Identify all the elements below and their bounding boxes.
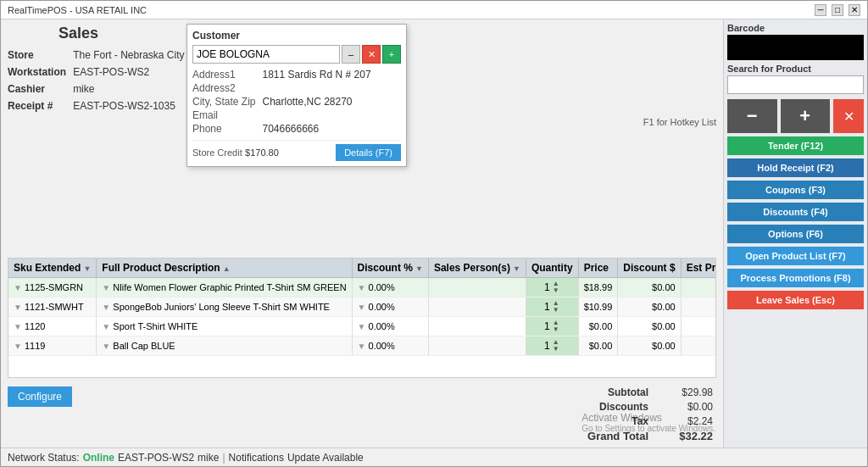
- col-header-price[interactable]: Price: [578, 259, 618, 278]
- quantity-cell[interactable]: 1▲▼: [526, 317, 578, 336]
- store-label: Store: [8, 47, 66, 63]
- receipt-label: Receipt #: [8, 98, 66, 114]
- quantity-cell[interactable]: 1▲▼: [526, 297, 578, 317]
- phone-value: 7046666666: [262, 123, 401, 135]
- product-table-wrapper: Sku Extended ▼ Full Product Description …: [8, 258, 716, 378]
- search-product-section: Search for Product: [727, 64, 864, 94]
- activate-windows-overlay: Activate Windows Go to Settings to activ…: [581, 412, 715, 433]
- customer-add-button[interactable]: +: [382, 45, 401, 64]
- description-cell: ▼ SpongeBob Juniors' Long Sleeve T-Shirt…: [97, 297, 352, 317]
- description-cell: ▼ Ball Cap BLUE: [97, 336, 352, 356]
- title-bar: RealTimePOS - USA RETAIL INC ─ □ ✕: [1, 1, 867, 19]
- qty-down-arrow[interactable]: ▼: [552, 307, 560, 314]
- hold-receipt-button[interactable]: Hold Receipt (F2): [727, 158, 864, 177]
- customer-search-input[interactable]: [192, 45, 340, 64]
- discount-pct-cell: ▼ 0.00%: [352, 317, 428, 336]
- table-header-row: Sku Extended ▼ Full Product Description …: [8, 259, 716, 278]
- phone-label: Phone: [192, 123, 255, 135]
- workstation-label: Workstation: [8, 64, 66, 80]
- address2-value: [262, 82, 401, 94]
- col-header-sku[interactable]: Sku Extended ▼: [8, 259, 97, 278]
- discount-amt-cell: $0.00: [618, 297, 681, 317]
- customer-remove-button[interactable]: ✕: [362, 45, 381, 64]
- details-button[interactable]: Details (F7): [336, 144, 401, 161]
- discount-pct-cell: ▼ 0.00%: [352, 278, 428, 297]
- close-button[interactable]: ✕: [849, 4, 860, 16]
- customer-clear-button[interactable]: –: [342, 45, 360, 64]
- sku-cell: ▼ 1119: [8, 336, 97, 356]
- leave-sales-button[interactable]: Leave Sales (Esc): [727, 291, 864, 309]
- minimize-button[interactable]: ─: [815, 4, 826, 16]
- discount-amt-cell: $0.00: [618, 278, 681, 297]
- open-product-list-button[interactable]: Open Product List (F7): [727, 247, 864, 265]
- quantity-cell[interactable]: 1▲▼: [526, 278, 578, 297]
- col-header-disc[interactable]: Discount % ▼: [352, 259, 428, 278]
- city-state-zip-value: Charlotte,NC 28270: [262, 96, 401, 108]
- coupons-button[interactable]: Coupons (F3): [727, 181, 864, 199]
- status-bar: Network Status: Online EAST-POS-WS2 mike…: [1, 448, 867, 466]
- address1-label: Address1: [192, 69, 255, 81]
- status-cashier: mike: [198, 452, 219, 464]
- ext-price-cell: $0.00: [681, 317, 716, 336]
- qty-down-arrow[interactable]: ▼: [552, 326, 560, 333]
- online-status: Online: [83, 452, 114, 464]
- sales-person-cell: [428, 278, 526, 297]
- table-row[interactable]: ▼ 1120▼ Sport T-Shirt WHITE▼ 0.00%1▲▼$0.…: [8, 317, 716, 336]
- sort-icon-desc: ▲: [223, 264, 231, 273]
- discounts-label: Discounts: [587, 401, 648, 413]
- sales-person-cell: [428, 297, 526, 317]
- options-button[interactable]: Options (F6): [727, 225, 864, 243]
- store-credit-label: Store Credit: [192, 147, 242, 158]
- price-cell: $10.99: [578, 297, 618, 317]
- table-body: ▼ 1125-SMGRN▼ Nlife Women Flower Graphic…: [8, 278, 716, 356]
- col-header-extprice[interactable]: Est Price with Disc...: [681, 259, 716, 278]
- process-promotions-button[interactable]: Process Promotions (F8): [727, 269, 864, 287]
- table-row[interactable]: ▼ 1125-SMGRN▼ Nlife Women Flower Graphic…: [8, 278, 716, 297]
- cashier-label: Cashier: [8, 81, 66, 97]
- col-header-sales[interactable]: Sales Person(s) ▼: [428, 259, 526, 278]
- network-status-label: Network Status:: [8, 452, 80, 464]
- qty-down-arrow[interactable]: ▼: [552, 287, 560, 294]
- sku-cell: ▼ 1120: [8, 317, 97, 336]
- search-product-input[interactable]: [727, 75, 864, 94]
- activate-windows-line2: Go to Settings to activate Windows.: [581, 424, 715, 433]
- discount-amt-cell: $0.00: [618, 336, 681, 356]
- col-header-discamt[interactable]: Discount $: [618, 259, 681, 278]
- tender-button[interactable]: Tender (F12): [727, 136, 864, 155]
- address2-label: Address2: [192, 82, 255, 94]
- main-window: RealTimePOS - USA RETAIL INC ─ □ ✕ Sales…: [0, 0, 868, 467]
- sort-icon-sales: ▼: [513, 264, 520, 273]
- store-credit-value: $170.80: [245, 147, 279, 158]
- discounts-button[interactable]: Discounts (F4): [727, 203, 864, 221]
- delete-button[interactable]: ✕: [833, 99, 864, 133]
- barcode-section: Barcode: [727, 23, 864, 60]
- col-header-qty[interactable]: Quantity: [526, 259, 578, 278]
- store-credit-row: Store Credit $170.80 Details (F7): [192, 140, 401, 161]
- configure-button[interactable]: Configure: [8, 386, 72, 407]
- discount-amt-cell: $0.00: [618, 317, 681, 336]
- ext-price-cell: $18.99: [681, 278, 716, 297]
- right-panel: Barcode Search for Product − + ✕ Tender …: [723, 19, 867, 448]
- price-cell: $18.99: [578, 278, 618, 297]
- table-row[interactable]: ▼ 1119▼ Ball Cap BLUE▼ 0.00%1▲▼$0.00$0.0…: [8, 336, 716, 356]
- plus-button[interactable]: +: [781, 99, 831, 133]
- minus-button[interactable]: −: [727, 99, 777, 133]
- activate-windows-line1: Activate Windows: [581, 412, 715, 424]
- discount-pct-cell: ▼ 0.00%: [352, 336, 428, 356]
- qty-controls-row: − + ✕: [727, 99, 864, 133]
- col-header-desc[interactable]: Full Product Description ▲: [97, 259, 352, 278]
- discount-pct-cell: ▼ 0.00%: [352, 297, 428, 317]
- main-content: Sales Store The Fort - Nebraska City Wor…: [1, 19, 867, 448]
- search-product-label: Search for Product: [727, 64, 864, 74]
- maximize-button[interactable]: □: [832, 4, 843, 16]
- left-panel: Sales Store The Fort - Nebraska City Wor…: [1, 19, 723, 448]
- customer-popup-title: Customer: [192, 30, 401, 42]
- address1-value: 1811 Sardis Rd N # 207: [262, 69, 401, 81]
- price-cell: $0.00: [578, 336, 618, 356]
- sort-icon-disc: ▼: [415, 264, 423, 273]
- sales-person-cell: [428, 317, 526, 336]
- table-row[interactable]: ▼ 1121-SMWHT▼ SpongeBob Juniors' Long Sl…: [8, 297, 716, 317]
- update-available-label: Update Available: [287, 452, 364, 464]
- quantity-cell[interactable]: 1▲▼: [526, 336, 578, 356]
- qty-down-arrow[interactable]: ▼: [552, 346, 560, 353]
